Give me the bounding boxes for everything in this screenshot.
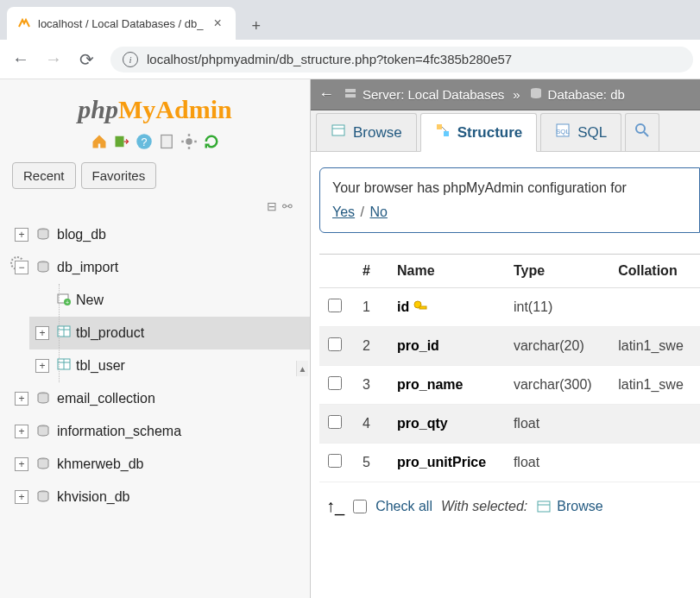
svg-rect-29	[437, 124, 442, 129]
row-checkbox[interactable]	[328, 415, 342, 429]
row-type: varchar(20)	[505, 327, 609, 366]
database-icon	[529, 86, 543, 103]
link-icon[interactable]: ⚯	[282, 199, 293, 213]
svg-rect-30	[444, 131, 449, 136]
db-node-email-collection[interactable]: + email_collection	[10, 382, 310, 415]
row-collation	[609, 444, 700, 482]
table-row[interactable]: 5pro_unitPricefloat	[319, 444, 700, 482]
col-name[interactable]: Name	[388, 255, 505, 288]
browser-toolbar: ← → ⟳ i localhost/phpmyadmin/db_structur…	[0, 40, 700, 79]
table-node-tbl-product[interactable]: + tbl_product	[29, 317, 310, 349]
database-icon	[36, 456, 52, 472]
close-icon[interactable]: ×	[211, 16, 225, 31]
address-bar[interactable]: i localhost/phpmyadmin/db_structure.php?…	[110, 47, 693, 72]
table-row[interactable]: 2pro_idvarchar(20)latin1_swe	[319, 327, 700, 366]
row-checkbox[interactable]	[328, 454, 342, 468]
pma-logo[interactable]: phpMyAdmin	[0, 86, 310, 128]
breadcrumb-server[interactable]: Server: Local Databases	[344, 86, 504, 103]
db-node-khmerweb-db[interactable]: + khmerweb_db	[10, 448, 310, 481]
notice-no-link[interactable]: No	[369, 205, 387, 219]
expand-icon[interactable]: +	[15, 228, 28, 242]
expand-icon[interactable]: +	[35, 326, 49, 340]
row-name[interactable]: pro_qty	[388, 405, 505, 444]
row-collation: latin1_swe	[609, 366, 700, 405]
expand-icon[interactable]: +	[15, 490, 28, 504]
tab-search[interactable]	[625, 113, 659, 151]
row-name[interactable]: pro_name	[388, 366, 505, 405]
row-checkbox[interactable]	[328, 376, 342, 390]
expand-icon[interactable]: +	[15, 457, 28, 471]
table-row[interactable]: 3pro_namevarchar(300)latin1_swe	[319, 366, 700, 405]
row-checkbox[interactable]	[328, 337, 342, 351]
svg-rect-37	[419, 306, 426, 309]
table-row[interactable]: 4pro_qtyfloat	[319, 405, 700, 444]
expand-icon[interactable]: +	[15, 392, 28, 406]
col-collation[interactable]: Collation	[609, 255, 700, 288]
table-node-tbl-user[interactable]: + tbl_user	[29, 349, 310, 382]
expand-icon[interactable]: +	[15, 425, 28, 438]
db-node-khvision-db[interactable]: + khvision_db	[10, 481, 310, 513]
row-type: float	[505, 444, 609, 482]
collapse-all-icon[interactable]: ⊟	[267, 199, 277, 213]
db-node-information-schema[interactable]: + information_schema	[10, 415, 310, 448]
check-all-label[interactable]: Check all	[375, 499, 432, 514]
db-node-db-import[interactable]: − db_import	[10, 251, 310, 284]
structure-icon	[435, 123, 451, 142]
favorites-tab[interactable]: Favorites	[81, 162, 157, 189]
footer-browse-link[interactable]: Browse	[536, 499, 602, 514]
scroll-up-icon[interactable]: ▲	[296, 361, 308, 376]
row-name[interactable]: pro_unitPrice	[388, 444, 505, 482]
database-icon	[36, 489, 52, 505]
row-name[interactable]: id	[388, 288, 505, 327]
db-node-blog-db[interactable]: + blog_db	[10, 218, 310, 251]
svg-rect-24	[345, 89, 356, 92]
svg-line-31	[442, 127, 446, 131]
tab-structure[interactable]: Structure	[420, 113, 538, 152]
tab-browse[interactable]: Browse	[316, 113, 417, 151]
help-icon[interactable]: ?	[136, 133, 153, 150]
server-icon	[344, 86, 357, 103]
col-num[interactable]: #	[354, 255, 388, 288]
collapse-icon[interactable]: −	[15, 261, 28, 274]
docs-icon[interactable]	[158, 133, 175, 150]
reload-icon[interactable]	[203, 133, 220, 150]
database-icon	[36, 391, 52, 406]
browser-tab-strip: localhost / Local Databases / db_ × +	[0, 0, 700, 40]
new-label: New	[76, 293, 104, 308]
svg-rect-38	[538, 501, 550, 512]
db-tree: + blog_db − db_import + New +	[0, 215, 310, 513]
panel-back-icon[interactable]: ←	[318, 86, 335, 104]
url-text: localhost/phpmyadmin/db_structure.php?to…	[147, 52, 512, 66]
row-collation	[609, 405, 700, 444]
forward-button[interactable]: →	[40, 46, 67, 73]
home-icon[interactable]	[91, 133, 108, 150]
new-tab-button[interactable]: +	[243, 12, 270, 40]
tab-sql[interactable]: SQL SQL	[540, 113, 621, 151]
expand-icon[interactable]: +	[35, 359, 49, 373]
logout-icon[interactable]	[113, 133, 130, 150]
site-info-icon[interactable]: i	[123, 52, 138, 67]
table-row[interactable]: 1idint(11)	[319, 288, 700, 327]
svg-text:+: +	[66, 299, 69, 305]
back-button[interactable]: ←	[7, 46, 35, 73]
svg-rect-0	[115, 136, 123, 148]
db-label: db_import	[57, 260, 118, 275]
svg-point-34	[636, 124, 645, 133]
arrow-up-icon: ↑_	[326, 496, 344, 516]
reload-button[interactable]: ⟳	[73, 46, 100, 73]
recent-tab[interactable]: Recent	[12, 162, 76, 189]
gear-icon[interactable]	[180, 133, 198, 150]
check-all-checkbox[interactable]	[353, 500, 367, 513]
database-icon	[36, 260, 52, 275]
sql-icon: SQL	[555, 123, 571, 142]
new-table-link[interactable]: + New	[29, 284, 310, 317]
row-num: 4	[354, 405, 388, 444]
with-selected-label: With selected:	[441, 499, 527, 514]
col-type[interactable]: Type	[505, 255, 609, 288]
breadcrumb-database[interactable]: Database: db	[529, 86, 625, 103]
row-name[interactable]: pro_id	[388, 327, 505, 366]
row-checkbox[interactable]	[328, 299, 342, 312]
config-notice: Your browser has phpMyAdmin configuratio…	[319, 167, 700, 233]
notice-yes-link[interactable]: Yes	[332, 205, 355, 219]
browser-tab[interactable]: localhost / Local Databases / db_ ×	[7, 7, 236, 40]
